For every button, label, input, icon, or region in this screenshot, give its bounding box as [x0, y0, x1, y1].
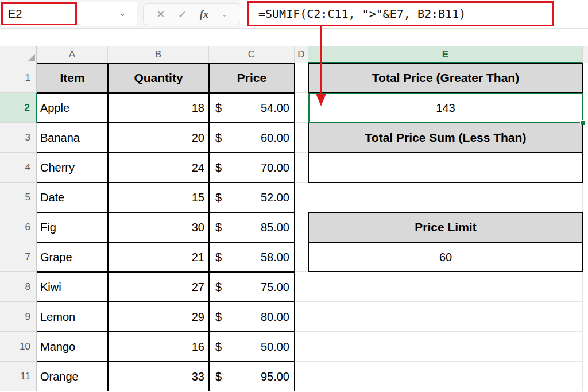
table-row: Orange 33 $ 95.00	[37, 362, 295, 391]
cell-price[interactable]: $ 52.00	[209, 183, 295, 212]
cell-item[interactable]: Kiwi	[37, 272, 108, 302]
table-row: Grape 21 $ 58.00	[37, 242, 295, 272]
column-header-d[interactable]: D	[295, 46, 308, 63]
select-all-triangle-icon	[28, 54, 35, 61]
cell-quantity[interactable]: 29	[108, 302, 209, 332]
currency-symbol: $	[215, 102, 222, 115]
row-header-5[interactable]: 5	[0, 183, 37, 212]
cell-quantity[interactable]: 21	[108, 242, 209, 272]
cell-price[interactable]: $ 85.00	[209, 212, 295, 242]
annotation-box-formula: =SUMIF(C2:C11, ">"&E7, B2:B11)	[247, 1, 554, 26]
header-cell-item[interactable]: Item	[37, 63, 108, 93]
row-header-9[interactable]: 9	[0, 302, 37, 332]
cell-price[interactable]: $ 58.00	[209, 242, 295, 272]
cell-e3-less-header[interactable]: Total Price Sum (Less Than)	[308, 123, 583, 153]
row-header-1[interactable]: 1	[0, 63, 37, 93]
currency-symbol: $	[215, 370, 222, 383]
currency-symbol: $	[215, 221, 222, 234]
row-header-6[interactable]: 6	[0, 212, 37, 242]
spreadsheet-app: E2 ⌄ ✕ ✓ fx ⌄ =SUMIF(C2:C11, ">"&E7, B2:…	[0, 0, 588, 392]
cell-item[interactable]: Fig	[37, 212, 108, 242]
table-row: Lemon 29 $ 80.00	[37, 302, 295, 332]
cell-quantity[interactable]: 24	[108, 153, 209, 183]
cell-item[interactable]: Orange	[37, 362, 108, 391]
cell-price[interactable]: $ 50.00	[209, 332, 295, 362]
price-value: 50.00	[261, 340, 289, 354]
cell-item[interactable]: Grape	[37, 242, 108, 272]
formula-bar-region: E2 ⌄ ✕ ✓ fx ⌄ =SUMIF(C2:C11, ">"&E7, B2:…	[0, 0, 588, 29]
price-value: 75.00	[261, 281, 289, 294]
name-box-dropdown-icon[interactable]: ⌄	[119, 7, 126, 18]
currency-symbol: $	[215, 131, 222, 145]
cell-price[interactable]: $ 60.00	[209, 123, 295, 153]
cell-quantity[interactable]: 27	[108, 272, 209, 302]
table-row: Fig 30 $ 85.00	[37, 212, 295, 242]
cell-price[interactable]: $ 70.00	[209, 153, 295, 183]
row-header-11[interactable]: 11	[0, 362, 37, 391]
column-header-c[interactable]: C	[209, 46, 295, 63]
table-row: Banana 20 $ 60.00	[37, 123, 295, 153]
cell-price[interactable]: $ 95.00	[209, 362, 295, 391]
cell-item[interactable]: Date	[37, 183, 108, 212]
cell-e2-selected-result[interactable]: 143	[308, 93, 583, 123]
currency-symbol: $	[215, 311, 222, 324]
currency-symbol: $	[215, 251, 222, 264]
select-all-corner[interactable]	[0, 46, 37, 63]
insert-function-icon[interactable]: fx	[200, 8, 209, 21]
cell-item[interactable]: Banana	[37, 123, 108, 153]
formula-bar-buttons: ✕ ✓ fx ⌄	[143, 3, 241, 25]
formula-text: =SUMIF(C2:C11, ">"&E7, B2:B11)	[249, 7, 466, 21]
function-dropdown-icon[interactable]: ⌄	[222, 10, 227, 18]
row-header-10[interactable]: 10	[0, 332, 37, 362]
cell-item[interactable]: Apple	[37, 93, 108, 123]
cell-e6-limit-header[interactable]: Price Limit	[308, 212, 583, 242]
cancel-icon[interactable]: ✕	[156, 8, 165, 21]
cell-item[interactable]: Mango	[37, 332, 108, 362]
column-header-e[interactable]: E	[308, 46, 583, 63]
table-row: Date 15 $ 52.00	[37, 183, 295, 212]
price-value: 95.00	[261, 370, 289, 383]
cell-e7-limit-value[interactable]: 60	[308, 242, 583, 272]
enter-icon[interactable]: ✓	[178, 8, 187, 21]
price-value: 58.00	[261, 251, 289, 264]
currency-symbol: $	[215, 281, 222, 294]
row-header-2[interactable]: 2	[0, 93, 37, 123]
table-row: Apple 18 $ 54.00	[37, 93, 295, 123]
row-header-8[interactable]: 8	[0, 272, 37, 302]
price-value: 70.00	[261, 161, 289, 174]
cell-quantity[interactable]: 18	[108, 93, 209, 123]
price-value: 52.00	[261, 191, 289, 204]
currency-symbol: $	[215, 161, 222, 174]
row-header-7[interactable]: 7	[0, 242, 37, 272]
cell-quantity[interactable]: 20	[108, 123, 209, 153]
price-value: 80.00	[261, 311, 289, 324]
row-header-3[interactable]: 3	[0, 123, 37, 153]
price-value: 85.00	[261, 221, 289, 234]
row-header-4[interactable]: 4	[0, 153, 37, 183]
cell-item[interactable]: Cherry	[37, 153, 108, 183]
column-header-b[interactable]: B	[108, 46, 209, 63]
cell-price[interactable]: $ 54.00	[209, 93, 295, 123]
column-header-a[interactable]: A	[37, 46, 108, 63]
cell-quantity[interactable]: 33	[108, 362, 209, 391]
cell-e1-greater-header[interactable]: Total Price (Greater Than)	[308, 63, 583, 93]
table-row: Kiwi 27 $ 75.00	[37, 272, 295, 302]
price-value: 54.00	[261, 102, 289, 115]
header-cell-quantity[interactable]: Quantity	[108, 63, 209, 93]
currency-symbol: $	[215, 191, 222, 204]
cell-quantity[interactable]: 16	[108, 332, 209, 362]
cell-item[interactable]: Lemon	[37, 302, 108, 332]
selection-fill-handle[interactable]	[580, 120, 585, 125]
cell-e4-less-value[interactable]	[308, 153, 583, 183]
currency-symbol: $	[215, 340, 222, 354]
name-box[interactable]: E2 ⌄	[0, 2, 137, 26]
cell-price[interactable]: $ 75.00	[209, 272, 295, 302]
cell-quantity[interactable]: 30	[108, 212, 209, 242]
cell-price[interactable]: $ 80.00	[209, 302, 295, 332]
table-header-row: Item Quantity Price	[37, 63, 295, 93]
cell-quantity[interactable]: 15	[108, 183, 209, 212]
name-box-value: E2	[0, 7, 22, 21]
header-cell-price[interactable]: Price	[209, 63, 295, 93]
table-row: Mango 16 $ 50.00	[37, 332, 295, 362]
table-row: Cherry 24 $ 70.00	[37, 153, 295, 183]
